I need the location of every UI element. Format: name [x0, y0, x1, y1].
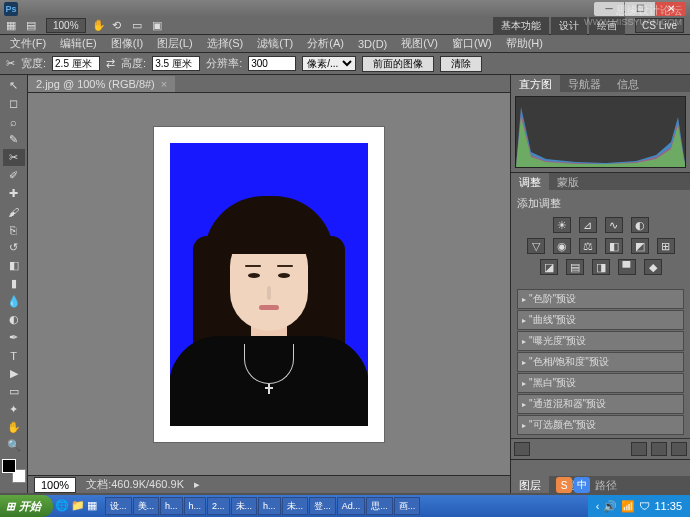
preset-hue-sat[interactable]: "色相/饱和度"预设	[517, 352, 684, 372]
mini-bridge-icon[interactable]: ▤	[26, 19, 40, 33]
ql-icon-2[interactable]: 📁	[71, 499, 85, 513]
task-item[interactable]: 设...	[105, 497, 132, 515]
gradient-map-icon[interactable]: ▀	[618, 259, 636, 275]
new-adjust-icon[interactable]	[651, 442, 667, 456]
status-arrow-icon[interactable]: ▸	[194, 478, 200, 491]
ime-icon-s[interactable]: S	[556, 477, 572, 493]
task-item[interactable]: 思...	[366, 497, 393, 515]
hue-sat-icon[interactable]: ◉	[553, 238, 571, 254]
document-tab[interactable]: 2.jpg @ 100% (RGB/8#) ×	[28, 76, 175, 92]
curves-icon[interactable]: ∿	[605, 217, 623, 233]
preset-curves[interactable]: "曲线"预设	[517, 310, 684, 330]
swap-icon[interactable]: ⇄	[106, 57, 115, 70]
return-icon[interactable]	[514, 442, 530, 456]
move-tool[interactable]: ↖	[3, 77, 25, 94]
menu-image[interactable]: 图像(I)	[105, 34, 149, 53]
preset-channel-mixer[interactable]: "通道混和器"预设	[517, 394, 684, 414]
resolution-input[interactable]	[248, 56, 296, 71]
lasso-tool[interactable]: ⌕	[3, 113, 25, 130]
arrange-icon[interactable]: ▭	[132, 19, 146, 33]
zoom-tool[interactable]: 🔍	[3, 437, 25, 454]
tab-histogram[interactable]: 直方图	[511, 75, 560, 92]
healing-brush-tool[interactable]: ✚	[3, 185, 25, 202]
menu-help[interactable]: 帮助(H)	[500, 34, 549, 53]
hand-icon[interactable]: ✋	[92, 19, 106, 33]
tab-masks[interactable]: 蒙版	[549, 173, 587, 190]
tab-info[interactable]: 信息	[609, 75, 647, 92]
clear-button[interactable]: 清除	[440, 56, 482, 72]
task-item[interactable]: h...	[160, 497, 183, 515]
quick-select-tool[interactable]: ✎	[3, 131, 25, 148]
preset-exposure[interactable]: "曝光度"预设	[517, 331, 684, 351]
width-input[interactable]	[52, 56, 100, 71]
tray-volume-icon[interactable]: 🔊	[603, 500, 617, 513]
menu-file[interactable]: 文件(F)	[4, 34, 52, 53]
history-brush-tool[interactable]: ↺	[3, 239, 25, 256]
task-item[interactable]: h...	[184, 497, 207, 515]
threshold-icon[interactable]: ◨	[592, 259, 610, 275]
start-button[interactable]: ⊞ 开始	[0, 495, 53, 517]
preset-bw[interactable]: "黑白"预设	[517, 373, 684, 393]
crop-tool[interactable]: ✂	[3, 149, 25, 166]
tray-network-icon[interactable]: 📶	[621, 500, 635, 513]
zoom-select[interactable]: 100%	[46, 18, 86, 33]
tab-paths[interactable]: 路径	[587, 476, 625, 493]
menu-layer[interactable]: 图层(L)	[151, 34, 198, 53]
eyedropper-tool[interactable]: ✐	[3, 167, 25, 184]
tab-adjustments[interactable]: 调整	[511, 173, 549, 190]
menu-view[interactable]: 视图(V)	[395, 34, 444, 53]
exposure-icon[interactable]: ◐	[631, 217, 649, 233]
blur-tool[interactable]: 💧	[3, 293, 25, 310]
menu-analysis[interactable]: 分析(A)	[301, 34, 350, 53]
vibrance-icon[interactable]: ▽	[527, 238, 545, 254]
color-balance-icon[interactable]: ⚖	[579, 238, 597, 254]
preset-selective-color[interactable]: "可选颜色"预设	[517, 415, 684, 435]
menu-filter[interactable]: 滤镜(T)	[251, 34, 299, 53]
channel-mixer-icon[interactable]: ⊞	[657, 238, 675, 254]
resolution-unit-select[interactable]: 像素/...	[302, 56, 356, 71]
tab-navigator[interactable]: 导航器	[560, 75, 609, 92]
document-canvas[interactable]	[154, 127, 384, 442]
screen-mode-icon[interactable]: ▣	[152, 19, 166, 33]
color-swatches[interactable]	[2, 459, 26, 483]
delete-adjust-icon[interactable]	[671, 442, 687, 456]
clock[interactable]: 11:35	[654, 500, 682, 512]
height-input[interactable]	[152, 56, 200, 71]
tray-shield-icon[interactable]: 🛡	[639, 500, 650, 512]
ql-icon-3[interactable]: ▦	[87, 499, 101, 513]
task-item[interactable]: Ad...	[337, 497, 366, 515]
gradient-tool[interactable]: ▮	[3, 275, 25, 292]
bridge-icon[interactable]: ▦	[6, 19, 20, 33]
rotate-view-icon[interactable]: ⟲	[112, 19, 126, 33]
hand-tool[interactable]: ✋	[3, 419, 25, 436]
preset-levels[interactable]: "色阶"预设	[517, 289, 684, 309]
workspace-tab-essentials[interactable]: 基本功能	[493, 17, 549, 35]
dodge-tool[interactable]: ◐	[3, 311, 25, 328]
tab-layers[interactable]: 图层	[511, 476, 549, 493]
task-item[interactable]: 未...	[282, 497, 309, 515]
task-item[interactable]: 美...	[133, 497, 160, 515]
marquee-tool[interactable]: ◻	[3, 95, 25, 112]
clone-stamp-tool[interactable]: ⎘	[3, 221, 25, 238]
posterize-icon[interactable]: ▤	[566, 259, 584, 275]
task-item[interactable]: h...	[258, 497, 281, 515]
task-item[interactable]: 画...	[394, 497, 421, 515]
path-select-tool[interactable]: ▶	[3, 365, 25, 382]
brightness-icon[interactable]: ☀	[553, 217, 571, 233]
task-item[interactable]: 2...	[207, 497, 230, 515]
brush-tool[interactable]: 🖌	[3, 203, 25, 220]
tray-arrow-icon[interactable]: ‹	[596, 500, 600, 512]
levels-icon[interactable]: ⊿	[579, 217, 597, 233]
workspace-tab-design[interactable]: 设计	[551, 17, 587, 35]
zoom-level[interactable]: 100%	[34, 477, 76, 493]
foreground-swatch[interactable]	[2, 459, 16, 473]
pen-tool[interactable]: ✒	[3, 329, 25, 346]
photo-filter-icon[interactable]: ◩	[631, 238, 649, 254]
shape-tool[interactable]: ▭	[3, 383, 25, 400]
selective-color-icon[interactable]: ◆	[644, 259, 662, 275]
menu-3d[interactable]: 3D(D)	[352, 36, 393, 52]
menu-edit[interactable]: 编辑(E)	[54, 34, 103, 53]
front-image-button[interactable]: 前面的图像	[362, 56, 434, 72]
eraser-tool[interactable]: ◧	[3, 257, 25, 274]
menu-select[interactable]: 选择(S)	[201, 34, 250, 53]
